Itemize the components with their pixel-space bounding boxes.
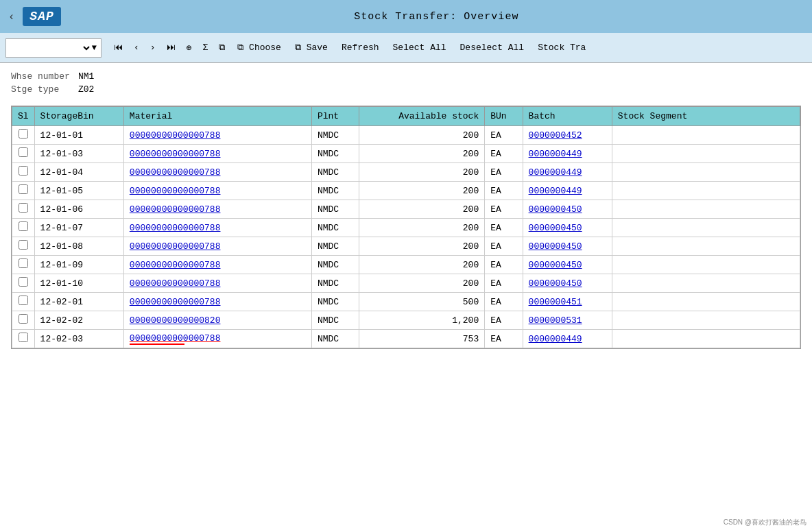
- batch-cell[interactable]: 0000000450: [523, 237, 612, 256]
- storage-bin-cell: 12-01-07: [34, 219, 123, 237]
- batch-cell[interactable]: 0000000449: [523, 330, 612, 348]
- row-checkbox-cell[interactable]: [12, 256, 35, 274]
- row-checkbox[interactable]: [19, 166, 28, 176]
- batch-cell[interactable]: 0000000452: [523, 126, 612, 145]
- row-checkbox[interactable]: [19, 258, 28, 268]
- material-link[interactable]: 00000000000000788: [130, 278, 221, 289]
- nav-last-button[interactable]: ⏭: [163, 40, 180, 55]
- bun-cell: EA: [485, 182, 523, 200]
- batch-link[interactable]: 0000000449: [529, 167, 582, 178]
- bun-cell: EA: [485, 293, 523, 311]
- history-dropdown[interactable]: ▼: [5, 38, 102, 58]
- plant-cell: NMDC: [311, 219, 359, 237]
- zoom-button[interactable]: ⊕: [182, 40, 196, 56]
- material-link[interactable]: 00000000000000788: [130, 149, 221, 159]
- available-stock-cell: 200: [359, 145, 485, 163]
- row-checkbox-cell[interactable]: [12, 219, 35, 237]
- material-link[interactable]: 00000000000000788: [130, 260, 221, 270]
- material-link[interactable]: 00000000000000788: [130, 130, 221, 141]
- table-row: 12-01-0500000000000000788NMDC200EA000000…: [12, 182, 800, 200]
- row-checkbox-cell[interactable]: [12, 163, 35, 182]
- bun-cell: EA: [485, 256, 523, 274]
- batch-link[interactable]: 0000000450: [529, 223, 582, 233]
- batch-link[interactable]: 0000000449: [529, 149, 582, 159]
- batch-link[interactable]: 0000000450: [529, 204, 582, 215]
- batch-link[interactable]: 0000000450: [529, 260, 582, 270]
- refresh-button[interactable]: Refresh: [336, 40, 385, 55]
- storage-bin-cell: 12-01-10: [34, 274, 123, 293]
- row-checkbox[interactable]: [19, 277, 28, 287]
- row-checkbox[interactable]: [19, 184, 28, 194]
- back-button[interactable]: ‹: [7, 8, 16, 25]
- row-checkbox-cell[interactable]: [12, 274, 35, 293]
- deselect-all-button[interactable]: Deselect All: [455, 40, 530, 55]
- batch-link[interactable]: 0000000449: [529, 186, 582, 196]
- material-link[interactable]: 00000000000000788: [130, 167, 221, 178]
- row-checkbox-cell[interactable]: [12, 237, 35, 256]
- batch-cell[interactable]: 0000000449: [523, 163, 612, 182]
- row-checkbox[interactable]: [19, 221, 28, 231]
- select-all-button[interactable]: Select All: [387, 40, 452, 55]
- batch-cell[interactable]: 0000000451: [523, 293, 612, 311]
- sum-button[interactable]: Σ: [198, 40, 212, 55]
- batch-cell[interactable]: 0000000450: [523, 200, 612, 219]
- row-checkbox-cell[interactable]: [12, 145, 35, 163]
- material-cell[interactable]: 00000000000000788: [123, 274, 311, 293]
- batch-link[interactable]: 0000000450: [529, 278, 582, 289]
- row-checkbox-cell[interactable]: [12, 293, 35, 311]
- material-cell[interactable]: 00000000000000788: [123, 293, 311, 311]
- row-checkbox-cell[interactable]: [12, 330, 35, 348]
- material-cell[interactable]: 00000000000000788: [123, 145, 311, 163]
- table-row: 12-01-0700000000000000788NMDC200EA000000…: [12, 219, 800, 237]
- stock-transfer-button[interactable]: Stock Tra: [532, 40, 591, 55]
- material-cell[interactable]: 00000000000000788: [123, 237, 311, 256]
- row-checkbox[interactable]: [19, 129, 28, 138]
- nav-first-button[interactable]: ⏮: [110, 40, 127, 55]
- material-link[interactable]: 00000000000000788: [130, 186, 221, 196]
- batch-link[interactable]: 0000000451: [529, 297, 582, 307]
- batch-link[interactable]: 0000000450: [529, 241, 582, 252]
- material-cell[interactable]: 00000000000000788: [123, 219, 311, 237]
- batch-cell[interactable]: 0000000450: [523, 274, 612, 293]
- row-checkbox[interactable]: [19, 147, 28, 157]
- batch-cell[interactable]: 0000000450: [523, 219, 612, 237]
- row-checkbox-cell[interactable]: [12, 200, 35, 219]
- stock-segment-cell: [612, 219, 800, 237]
- row-checkbox[interactable]: [19, 240, 28, 250]
- row-checkbox[interactable]: [19, 333, 28, 342]
- material-cell[interactable]: 00000000000000820: [123, 311, 311, 330]
- nav-next-button[interactable]: ›: [146, 40, 160, 55]
- row-checkbox[interactable]: [19, 296, 28, 305]
- nav-prev-button[interactable]: ‹: [130, 40, 143, 55]
- row-checkbox-cell[interactable]: [12, 311, 35, 330]
- sum-icon: Σ: [202, 43, 208, 53]
- choose-button[interactable]: ⧉ Choose: [232, 40, 287, 55]
- material-cell[interactable]: 00000000000000788: [123, 200, 311, 219]
- material-cell[interactable]: 00000000000000788: [123, 330, 311, 348]
- batch-cell[interactable]: 0000000450: [523, 256, 612, 274]
- material-cell[interactable]: 00000000000000788: [123, 126, 311, 145]
- row-checkbox[interactable]: [19, 314, 28, 324]
- material-link[interactable]: 00000000000000788: [130, 241, 221, 252]
- material-cell[interactable]: 00000000000000788: [123, 256, 311, 274]
- batch-link[interactable]: 0000000531: [529, 315, 582, 326]
- material-link[interactable]: 00000000000000788: [130, 204, 221, 215]
- row-checkbox[interactable]: [19, 203, 28, 213]
- data-table-container: Sl StorageBin Material Plnt Available st…: [11, 106, 801, 349]
- material-link[interactable]: 00000000000000788: [130, 333, 221, 344]
- material-link[interactable]: 00000000000000820: [130, 315, 221, 326]
- material-cell[interactable]: 00000000000000788: [123, 182, 311, 200]
- batch-cell[interactable]: 0000000449: [523, 145, 612, 163]
- batch-cell[interactable]: 0000000449: [523, 182, 612, 200]
- material-link[interactable]: 00000000000000788: [130, 297, 221, 307]
- row-checkbox-cell[interactable]: [12, 182, 35, 200]
- copy-button[interactable]: ⧉: [215, 40, 229, 55]
- history-select[interactable]: [10, 43, 92, 53]
- batch-cell[interactable]: 0000000531: [523, 311, 612, 330]
- batch-link[interactable]: 0000000452: [529, 130, 582, 141]
- material-link[interactable]: 00000000000000788: [130, 223, 221, 233]
- row-checkbox-cell[interactable]: [12, 126, 35, 145]
- save-button[interactable]: ⧉ Save: [289, 40, 333, 55]
- material-cell[interactable]: 00000000000000788: [123, 163, 311, 182]
- batch-link[interactable]: 0000000449: [529, 334, 582, 344]
